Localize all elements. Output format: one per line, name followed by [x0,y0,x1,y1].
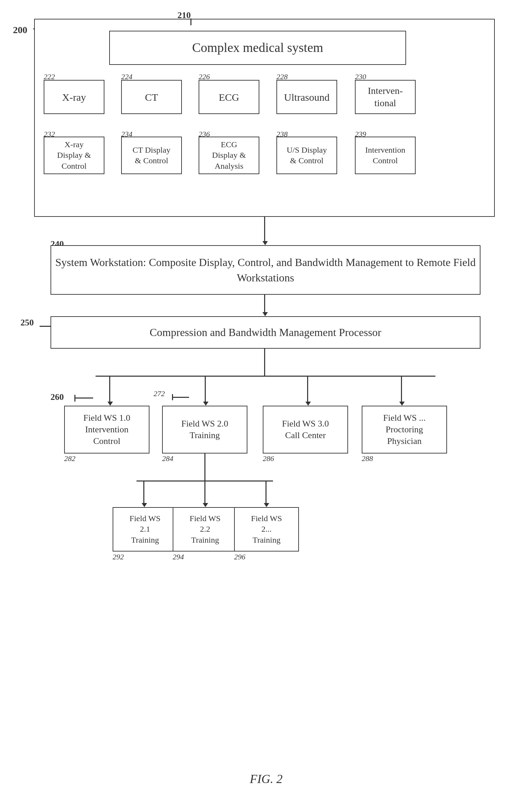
label-210: 210 [177,10,191,20]
xray-display-text: X-rayDisplay &Control [44,137,104,173]
line-to-ws2dots [265,480,267,504]
field-ws-10-text: Field WS 1.0InterventionControl [65,406,149,453]
field-ws-22-box: Field WS2.2Training [173,507,238,552]
field-ws-30-text: Field WS 3.0Call Center [263,406,347,453]
line-to-ws20 [205,376,206,403]
arrow-250-h [40,326,52,327]
label-292: 292 [113,553,124,561]
label-200: 200 [13,25,27,36]
line-h-splitter [96,376,435,377]
arrow-ws30 [305,402,311,406]
field-ws-dots-text: Field WS ...ProctoringPhysician [362,406,446,453]
line-to-wsdots [401,376,402,403]
field-ws-21-text: Field WS2.1Training [113,508,177,551]
ct-box: CT [121,80,182,114]
ultrasound-box: Ultrasound [276,80,337,114]
intervention-control-text: InterventionControl [356,137,415,173]
workstation-text: System Workstation: Composite Display, C… [51,246,480,294]
workstation-box: System Workstation: Composite Display, C… [51,245,480,295]
arrow-wsdots [399,402,405,406]
line-comp-center [264,349,265,376]
ct-display-box: CT Display& Control [121,137,182,174]
ct-text: CT [122,81,181,113]
field-ws-dots-box: Field WS ...ProctoringPhysician [362,406,447,454]
compression-box: Compression and Bandwidth Management Pro… [51,316,480,349]
field-ws-20-box: Field WS 2.0Training [162,406,247,454]
label-272: 272 [154,389,165,398]
line-main-to-ws [264,217,265,242]
ultrasound-text: Ultrasound [277,81,336,113]
arrow-210-v [190,18,191,25]
us-display-text: U/S Display& Control [277,137,336,173]
compression-text: Compression and Bandwidth Management Pro… [51,317,480,348]
ecg-display-box: ECGDisplay &Analysis [199,137,259,174]
field-ws-2dots-box: Field WS2...Training [234,507,299,552]
field-ws-22-text: Field WS2.2Training [173,508,237,551]
arr-272-v [172,394,173,400]
label-282: 282 [64,454,75,463]
arr-272-h [172,397,189,398]
arrow-ws10 [107,402,113,406]
intervention-control-box: InterventionControl [355,137,416,174]
ct-display-text: CT Display& Control [122,137,181,173]
ecg-box: ECG [199,80,259,114]
field-ws-20-text: Field WS 2.0Training [163,406,247,453]
label-250: 250 [20,318,34,328]
arrow-to-comp [262,312,268,316]
fig-label: FIG. 2 [232,772,300,786]
arrow-to-ws [262,241,268,245]
arr-260-h [74,397,93,399]
field-ws-21-box: Field WS2.1Training [113,507,177,552]
complex-medical-text: Complex medical system [110,31,405,64]
arrow-ws22 [203,503,208,507]
line-to-ws21 [143,480,144,504]
field-ws-30-box: Field WS 3.0Call Center [263,406,348,454]
xray-display-box: X-rayDisplay &Control [44,137,104,174]
us-display-box: U/S Display& Control [276,137,337,174]
label-296: 296 [234,553,245,561]
label-284: 284 [162,454,173,463]
field-ws-10-box: Field WS 1.0InterventionControl [64,406,149,454]
label-288: 288 [362,454,373,463]
arrow-ws20 [203,402,209,406]
xray-box: X-ray [44,80,104,114]
line-to-ws22 [204,480,205,504]
label-294: 294 [173,553,184,561]
label-260: 260 [51,392,64,402]
label-286: 286 [263,454,274,463]
line-to-ws10 [109,376,110,403]
line-ws20-down [204,454,205,481]
field-ws-2dots-text: Field WS2...Training [235,508,298,551]
diagram-container: 200 210 Complex medical system 222 X-ray… [0,0,532,809]
interventional-box: Interven-tional [355,80,416,114]
arr-260-v [74,395,75,402]
interventional-text: Interven-tional [356,81,415,113]
line-to-ws30 [307,376,308,403]
arrow-ws2dots [264,503,269,507]
ecg-text: ECG [199,81,259,113]
arrow-ws21 [142,503,147,507]
line-ws-to-comp [264,295,265,313]
complex-medical-box: Complex medical system [109,31,406,65]
xray-text: X-ray [44,81,104,113]
ecg-display-text: ECGDisplay &Analysis [199,137,259,173]
